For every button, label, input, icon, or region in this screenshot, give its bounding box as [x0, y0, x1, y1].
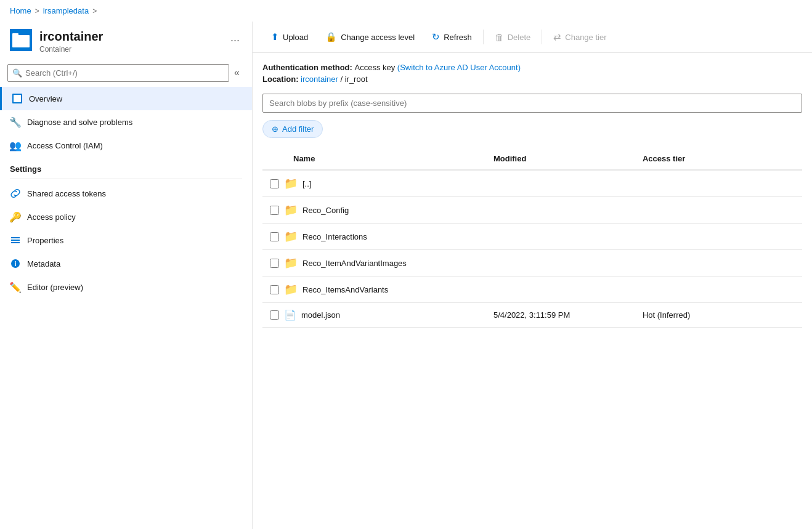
collapse-button[interactable]: «	[229, 63, 245, 82]
search-icon: 🔍	[12, 68, 22, 78]
svg-rect-2	[12, 33, 18, 36]
breadcrumb-sep2: >	[92, 7, 97, 15]
location-path: / ir_root	[340, 75, 367, 84]
change-tier-button[interactable]: ⇄ Change tier	[545, 28, 615, 46]
link-icon	[10, 188, 21, 199]
change-tier-icon: ⇄	[553, 31, 561, 42]
sidebar-item-label-policy: Access policy	[27, 212, 76, 222]
sidebar-item-label-editor: Editor (preview)	[27, 283, 83, 292]
sidebar-item-overview[interactable]: Overview	[0, 87, 252, 110]
file-extra	[784, 170, 802, 197]
file-modified	[486, 224, 635, 250]
row-checkbox[interactable]	[270, 285, 279, 294]
people-icon: 👥	[10, 140, 21, 151]
content-area: ⬆ Upload 🔒 Change access level ↻ Refresh…	[253, 22, 812, 529]
file-extra	[784, 277, 802, 303]
sidebar-item-iam[interactable]: 👥 Access Control (IAM)	[0, 134, 252, 157]
sidebar-item-diagnose[interactable]: 🔧 Diagnose and solve problems	[0, 110, 252, 134]
sidebar-item-label-diagnose: Diagnose and solve problems	[27, 118, 132, 127]
table-row[interactable]: 📁Reco_ItemsAndVariants	[262, 277, 802, 303]
sidebar-item-metadata[interactable]: i Metadata	[0, 252, 252, 275]
file-name: Reco_ItemAndVariantImages	[302, 259, 407, 268]
col-modified: Modified	[486, 148, 635, 170]
page-subtitle: Container	[39, 45, 221, 54]
auth-value: Access key	[355, 63, 397, 72]
row-checkbox[interactable]	[270, 259, 279, 268]
sidebar-item-label-overview: Overview	[29, 94, 62, 103]
add-filter-button[interactable]: ⊕ Add filter	[262, 120, 323, 138]
delete-button[interactable]: 🗑 Delete	[486, 28, 540, 46]
file-modified: 5/4/2022, 3:11:59 PM	[486, 303, 635, 328]
file-access-tier: Hot (Inferred)	[635, 303, 784, 328]
change-tier-label: Change tier	[565, 33, 606, 42]
search-input[interactable]	[7, 64, 229, 82]
file-extra	[784, 250, 802, 277]
table-row[interactable]: 📁Reco_Interactions	[262, 224, 802, 250]
refresh-button[interactable]: ↻ Refresh	[423, 28, 481, 46]
row-checkbox[interactable]	[270, 206, 279, 215]
sidebar-item-label-iam: Access Control (IAM)	[27, 141, 103, 150]
file-access-tier	[635, 170, 784, 197]
location-label: Location:	[262, 75, 301, 84]
breadcrumb: Home > irsampledata >	[0, 0, 812, 22]
breadcrumb-home[interactable]: Home	[10, 6, 31, 15]
folder-icon: 📁	[284, 283, 298, 296]
location-container-link[interactable]: ircontainer	[301, 75, 338, 84]
add-filter-icon: ⊕	[272, 124, 278, 134]
wrench-icon: 🔧	[10, 116, 21, 127]
file-modified	[486, 170, 635, 197]
file-extra	[784, 197, 802, 224]
svg-rect-6	[11, 240, 20, 241]
refresh-label: Refresh	[444, 33, 472, 42]
delete-icon: 🗑	[495, 32, 504, 42]
toolbar-separator-2	[542, 30, 542, 44]
upload-icon: ⬆	[271, 31, 279, 42]
more-options-button[interactable]: ...	[228, 29, 242, 47]
sidebar-nav: Overview 🔧 Diagnose and solve problems 👥…	[0, 87, 252, 529]
row-checkbox[interactable]	[270, 179, 279, 188]
page-title: ircontainer	[39, 29, 221, 44]
folder-icon: 📁	[284, 256, 298, 270]
container-icon	[10, 29, 32, 51]
file-access-tier	[635, 250, 784, 277]
file-access-tier	[635, 197, 784, 224]
change-access-button[interactable]: 🔒 Change access level	[317, 28, 423, 46]
add-filter-label: Add filter	[282, 124, 314, 134]
folder-icon: 📁	[284, 230, 298, 243]
col-access-tier: Access tier	[635, 148, 784, 170]
file-icon: 📄	[284, 309, 296, 321]
sidebar-item-shared-access[interactable]: Shared access tokens	[0, 182, 252, 205]
overview-icon	[12, 93, 23, 104]
file-name: [..]	[302, 179, 311, 188]
table-row[interactable]: 📄model.json5/4/2022, 3:11:59 PMHot (Infe…	[262, 303, 802, 328]
file-table: Name Modified Access tier 📁[..]📁Reco_Con…	[262, 148, 802, 328]
auth-switch-link[interactable]: (Switch to Azure AD User Account)	[397, 63, 521, 72]
file-extra	[784, 303, 802, 328]
row-checkbox[interactable]	[270, 232, 279, 241]
table-row[interactable]: 📁Reco_ItemAndVariantImages	[262, 250, 802, 277]
delete-label: Delete	[508, 33, 531, 42]
svg-rect-1	[12, 35, 30, 47]
folder-icon: 📁	[284, 177, 298, 190]
upload-button[interactable]: ⬆ Upload	[262, 28, 317, 46]
folder-icon: 📁	[284, 203, 298, 217]
toolbar-separator-1	[483, 30, 484, 44]
sidebar-item-editor[interactable]: ✏️ Editor (preview)	[0, 275, 252, 299]
table-row[interactable]: 📁Reco_Config	[262, 197, 802, 224]
svg-rect-4	[14, 95, 21, 102]
blob-search-input[interactable]	[262, 94, 802, 113]
file-name: Reco_Interactions	[302, 232, 367, 241]
sidebar-item-label-metadata: Metadata	[27, 259, 60, 269]
table-row[interactable]: 📁[..]	[262, 170, 802, 197]
row-checkbox[interactable]	[270, 310, 279, 320]
file-modified	[486, 197, 635, 224]
content-body: Authentication method: Access key (Switc…	[253, 53, 812, 529]
file-modified	[486, 277, 635, 303]
key-icon: 🔑	[10, 211, 21, 222]
refresh-icon: ↻	[432, 31, 440, 42]
pencil-icon: ✏️	[10, 281, 21, 293]
location-info: Location: ircontainer / ir_root	[262, 75, 802, 84]
breadcrumb-storage[interactable]: irsampledata	[43, 6, 89, 15]
sidebar-item-access-policy[interactable]: 🔑 Access policy	[0, 205, 252, 228]
sidebar-item-properties[interactable]: Properties	[0, 228, 252, 252]
